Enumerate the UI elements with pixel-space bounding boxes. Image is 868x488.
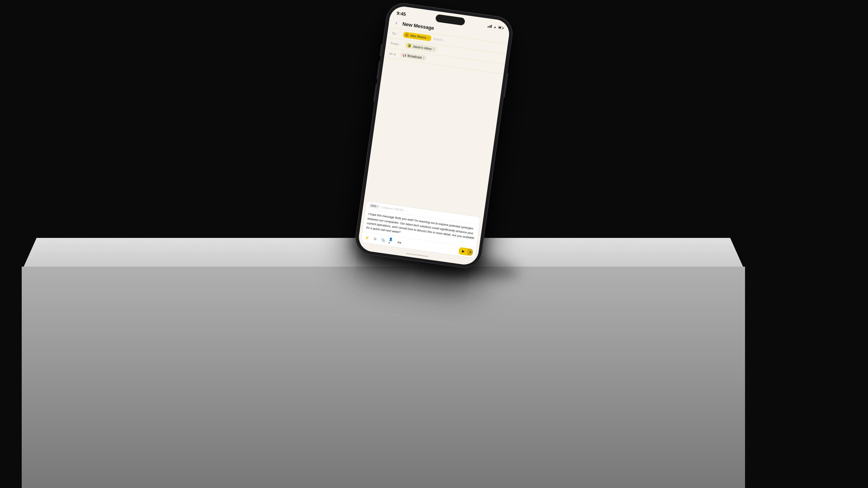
emoji-icon[interactable]: ☺	[372, 236, 378, 242]
sms-label: SMS	[370, 204, 377, 208]
translate-icon[interactable]: Aa	[396, 239, 402, 246]
broadcast-text: Broadcast	[407, 54, 422, 59]
signal-icon	[488, 24, 492, 28]
sms-type-badge[interactable]: SMS ▾	[369, 203, 380, 209]
compose-area	[364, 57, 504, 216]
status-time: 9:45	[396, 10, 406, 17]
broadcast-badge[interactable]: 📢 Broadcast ▾	[400, 52, 427, 61]
wifi-icon: ▲	[493, 25, 497, 29]
recipient-chip[interactable]: A Alex Rivera ×	[403, 32, 432, 41]
recipient-avatar: A	[404, 33, 409, 38]
lightning-icon[interactable]: ⚡	[364, 235, 370, 241]
send-button-group: ▶ ▾	[458, 247, 473, 256]
as-label: as a	[389, 51, 399, 56]
battery-icon	[498, 26, 504, 29]
pedestal-front	[22, 267, 745, 488]
status-icons: ▲	[488, 24, 504, 30]
broadcast-icon: 📢	[402, 53, 406, 57]
segment-info: 1 segment / 280/300	[381, 206, 404, 212]
recipient-remove[interactable]: ×	[428, 36, 430, 40]
from-inbox-text: Jason's inbox	[412, 44, 432, 51]
recipient-name: Alex Rivera	[410, 34, 427, 39]
broadcast-dropdown-arrow: ▾	[423, 57, 424, 59]
from-label: From:	[391, 41, 403, 47]
attachment-icon[interactable]: 📎	[380, 237, 386, 243]
from-dropdown-arrow: ▾	[433, 48, 434, 51]
send-button[interactable]: ▶	[458, 247, 468, 255]
sms-dropdown-arrow: ▾	[377, 205, 378, 208]
send-chevron-icon: ▾	[469, 251, 471, 254]
from-inbox-icon: 👤	[407, 43, 412, 48]
to-label: To:	[392, 31, 402, 36]
send-dropdown-button[interactable]: ▾	[467, 249, 473, 256]
send-icon: ▶	[462, 249, 465, 253]
back-button[interactable]: ‹	[393, 20, 400, 26]
person-add-icon[interactable]: 👤+	[388, 238, 395, 244]
to-search-placeholder[interactable]: Search...	[433, 37, 446, 42]
home-indicator	[406, 253, 429, 257]
